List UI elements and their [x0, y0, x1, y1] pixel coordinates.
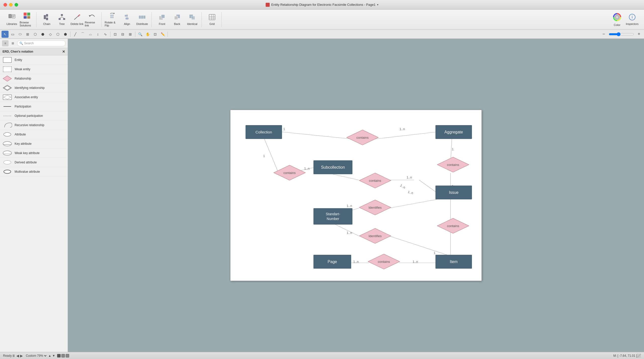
distribute-label: Distribute	[136, 22, 148, 25]
back-button[interactable]: Back	[170, 13, 184, 27]
curve-tool[interactable]: ⌒	[79, 31, 86, 38]
relationship-contains2[interactable]: contains	[273, 165, 306, 181]
sidebar-item-key-attribute[interactable]: Key attribute	[0, 139, 68, 149]
weak-entity-preview	[3, 66, 12, 73]
shape-tool2[interactable]: ⬣	[39, 31, 46, 38]
entity-issue[interactable]: Issue	[435, 186, 472, 199]
select-tool[interactable]: ↖	[2, 31, 9, 38]
tree-button[interactable]: Tree	[55, 13, 69, 27]
reverse-link-button[interactable]: Reverse link	[85, 13, 99, 27]
delete-link-button[interactable]: Delete link	[70, 13, 84, 27]
front-button[interactable]: Front	[155, 13, 169, 27]
pen-tool[interactable]: ✏️	[159, 31, 166, 38]
participation-label: Participation	[15, 105, 31, 108]
rect-tool[interactable]: ▭	[9, 31, 16, 38]
label-1-item-top: 1	[434, 251, 435, 255]
arrow-tool[interactable]: ↕	[94, 31, 101, 38]
rotate-flip-button[interactable]: Rotate & Flip	[105, 13, 119, 27]
entity-standart-number[interactable]: Standart-Number	[313, 208, 352, 225]
chain-button[interactable]: Chain	[39, 13, 54, 27]
sidebar-item-identifying-relationship[interactable]: Identifying relationship	[0, 83, 68, 93]
id-relationship-preview	[3, 85, 12, 91]
inspectors-button[interactable]: i Inspectors	[625, 13, 639, 27]
sidebar-item-participation[interactable]: Participation	[0, 102, 68, 111]
entity-subcollection[interactable]: Subcollection	[313, 160, 352, 174]
diagram-canvas[interactable]: Collection Aggregate Subcollection Issue…	[230, 110, 482, 281]
page-dot-3[interactable]	[66, 354, 69, 357]
zoom-out-tool[interactable]: 🔍	[137, 31, 144, 38]
relationship-contains4[interactable]: contains	[437, 157, 469, 173]
inspectors-icon: i	[628, 14, 636, 22]
group-tool[interactable]: ⊡	[112, 31, 119, 38]
browse-solutions-button[interactable]: Browse Solutions	[20, 13, 34, 27]
page-dot-2[interactable]	[61, 354, 65, 357]
entity-item[interactable]: Item	[435, 255, 472, 269]
libraries-button[interactable]: Libraries	[5, 13, 19, 27]
page-dot-1[interactable]	[57, 354, 61, 357]
relationship-identifies1[interactable]: Identifies	[359, 199, 391, 216]
zoom-slider[interactable]	[609, 32, 634, 36]
shape-tool3[interactable]: ◇	[47, 31, 54, 38]
ellipse-tool[interactable]: ⬭	[17, 31, 24, 38]
canvas-area[interactable]: Collection Aggregate Subcollection Issue…	[68, 39, 644, 352]
shape-tool5[interactable]: ⬟	[62, 31, 69, 38]
sidebar-item-weak-entity[interactable]: Weak entity	[0, 65, 68, 74]
close-category-icon[interactable]: ✕	[62, 50, 65, 54]
identical-button[interactable]: Identical	[185, 13, 199, 27]
zoom-in-button[interactable]: +	[635, 31, 642, 38]
table-tool[interactable]: ⊞	[24, 31, 31, 38]
zoom-up-icon[interactable]: ▲	[48, 354, 51, 357]
front-label: Front	[159, 22, 165, 25]
ungroup-tool[interactable]: ⊟	[119, 31, 126, 38]
sidebar-item-optional-participation[interactable]: Optional participation	[0, 111, 68, 121]
weak-key-attr-preview	[3, 150, 12, 156]
sidebar-item-multivalue-attribute[interactable]: Multivalue attribute	[0, 167, 68, 176]
grid-button[interactable]: Grid	[205, 13, 219, 27]
relationship-contains3[interactable]: contains	[359, 172, 391, 189]
color-button[interactable]: Color	[610, 13, 624, 27]
align-button[interactable]: Align	[120, 13, 134, 27]
align-icon	[123, 14, 131, 22]
bezier-tool[interactable]: ∿	[102, 31, 109, 38]
svg-line-73	[389, 236, 451, 256]
label-1n-item: 1..n	[413, 260, 418, 264]
sidebar-item-associative-entity[interactable]: Associative entity	[0, 93, 68, 102]
label-1n-id1-agg: 1..n	[407, 190, 414, 195]
prev-page-button[interactable]: ◀	[16, 354, 19, 358]
relationship-contains5[interactable]: contains	[437, 218, 469, 234]
relationship-contains6[interactable]: contains	[368, 254, 400, 270]
close-button[interactable]	[4, 3, 7, 7]
entity-collection[interactable]: Collection	[246, 125, 282, 139]
sidebar-item-recursive-relationship[interactable]: Recursive relationship	[0, 121, 68, 130]
next-page-button[interactable]: ▶	[20, 354, 23, 358]
line-tool[interactable]: ╱	[72, 31, 79, 38]
pan-tool[interactable]: ✋	[144, 31, 151, 38]
svg-marker-25	[114, 13, 115, 14]
shape-tool4[interactable]: ⬠	[54, 31, 61, 38]
entity-aggregate[interactable]: Aggregate	[435, 125, 472, 139]
chevron-down-icon[interactable]: ▾	[377, 3, 378, 6]
sidebar-item-weak-key-attribute[interactable]: Weak key attribute	[0, 149, 68, 158]
copy-style-tool[interactable]: ⊞	[127, 31, 134, 38]
resize-handle[interactable]	[637, 354, 641, 358]
participation-shape	[4, 106, 11, 107]
relationship-contains1[interactable]: contains	[346, 129, 379, 146]
sidebar-item-relationship[interactable]: Relationship	[0, 74, 68, 83]
connector-tool[interactable]: ⌓	[87, 31, 94, 38]
maximize-button[interactable]	[15, 3, 18, 7]
browse-solutions-label: Browse Solutions	[20, 21, 34, 27]
zoom-out-button[interactable]: −	[600, 31, 607, 38]
relationship-identifies2[interactable]: Identifies	[359, 228, 391, 244]
minimize-button[interactable]	[9, 3, 13, 7]
sidebar-item-derived-attribute[interactable]: Derived attribute	[0, 158, 68, 167]
zoom-down-icon[interactable]: ▼	[52, 354, 55, 357]
sidebar-item-entity[interactable]: Entity	[0, 55, 68, 65]
sidebar-item-attribute[interactable]: Attribute	[0, 130, 68, 139]
page-navigation: ⏸ ◀ ▶	[12, 354, 23, 358]
shape-tool1[interactable]: ⬡	[32, 31, 39, 38]
distribute-button[interactable]: Distribute	[135, 13, 149, 27]
pause-button[interactable]: ⏸	[12, 354, 15, 358]
fit-tool[interactable]: ⊡	[152, 31, 159, 38]
entity-page[interactable]: Page	[313, 255, 351, 269]
zoom-select[interactable]: Custom 79%	[25, 354, 47, 358]
